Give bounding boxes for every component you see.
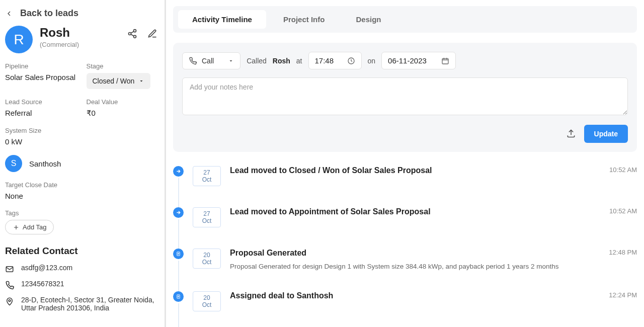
chevron-down-icon	[228, 58, 234, 64]
timeline-item: 27 OctLead moved to Appointment of Solar…	[173, 207, 637, 249]
owner-name: Santhosh	[29, 159, 61, 168]
owner-avatar: S	[5, 155, 22, 172]
timeline-date: 20 Oct	[193, 249, 221, 269]
share-icon[interactable]	[127, 29, 137, 39]
target-close-value: None	[5, 192, 157, 200]
call-icon	[189, 57, 197, 65]
stage-select[interactable]: Closed / Won	[87, 73, 151, 89]
notes-textarea[interactable]	[182, 77, 628, 115]
on-label: on	[368, 57, 376, 65]
contact-phone-row[interactable]: 12345678321	[5, 280, 157, 290]
timeline-description: Proposal Generated for design Design 1 w…	[230, 263, 595, 270]
arrow-left-icon	[5, 10, 13, 18]
timeline-time: 10:52 AM	[609, 166, 637, 174]
svg-point-2	[134, 35, 136, 38]
lead-name: Rosh	[40, 26, 120, 40]
sidebar: Back to leads R Rosh (Commercial) Pipeli…	[0, 0, 166, 327]
svg-point-0	[134, 30, 136, 32]
arrow-right-icon	[173, 166, 184, 177]
timeline-title: Proposal Generated	[230, 249, 595, 258]
time-input[interactable]	[315, 56, 342, 65]
at-label: at	[296, 57, 302, 65]
contact-email: asdfg@123.com	[21, 264, 72, 272]
back-label: Back to leads	[20, 8, 78, 19]
phone-icon	[5, 281, 14, 290]
date-input[interactable]	[388, 56, 436, 65]
timeline-date: 20 Oct	[193, 291, 221, 311]
system-size-value: 0 kW	[5, 137, 157, 146]
chevron-down-icon	[138, 78, 144, 84]
target-close-label: Target Close Date	[5, 181, 157, 189]
tabs: Activity Timeline Project Info Design	[173, 6, 637, 33]
update-button[interactable]: Update	[584, 125, 628, 143]
stage-value: Closed / Won	[93, 77, 135, 85]
svg-point-4	[9, 300, 11, 302]
timeline-item: 20 OctAssigned deal to Santhosh12:24 PM	[173, 291, 637, 327]
document-icon	[173, 291, 184, 302]
stage-label: Stage	[87, 62, 158, 70]
activity-entry-card: Call Called Rosh at on	[173, 43, 637, 152]
owner-row: S Santhosh	[5, 155, 157, 172]
lead-header: R Rosh (Commercial)	[5, 26, 157, 53]
main-panel: Activity Timeline Project Info Design Ca…	[166, 0, 644, 327]
clock-icon	[347, 57, 355, 65]
tab-activity-timeline[interactable]: Activity Timeline	[178, 10, 266, 29]
upload-button[interactable]	[566, 128, 576, 140]
timeline-time: 12:48 PM	[609, 249, 637, 256]
system-size-label: System Size	[5, 127, 157, 134]
tab-design[interactable]: Design	[342, 10, 395, 29]
activity-type-value: Call	[202, 57, 214, 65]
lead-source-value: Referral	[5, 109, 76, 117]
add-tag-button[interactable]: Add Tag	[5, 220, 54, 234]
lead-source-label: Lead Source	[5, 98, 76, 106]
calendar-icon	[441, 57, 449, 65]
mail-icon	[5, 265, 14, 274]
svg-point-1	[129, 33, 131, 35]
contact-address: 28-D, Ecotech-I, Sector 31, Greater Noid…	[21, 296, 157, 312]
back-to-leads[interactable]: Back to leads	[5, 8, 157, 19]
document-icon	[173, 249, 184, 259]
timeline-list: 27 OctLead moved to Closed / Won of Sola…	[173, 166, 637, 327]
timeline-title: Assigned deal to Santhosh	[230, 291, 595, 300]
plus-icon	[13, 224, 20, 231]
svg-rect-6	[442, 58, 448, 64]
activity-type-select[interactable]: Call	[182, 52, 240, 69]
deal-value-label: Deal Value	[87, 98, 158, 106]
timeline-date: 27 Oct	[193, 207, 221, 227]
timeline-time: 12:24 PM	[609, 291, 637, 299]
lead-avatar: R	[5, 26, 33, 53]
pipeline-value: Solar Sales Proposal	[5, 73, 76, 81]
tags-label: Tags	[5, 209, 157, 217]
tab-project-info[interactable]: Project Info	[269, 10, 339, 29]
called-label: Called	[247, 57, 267, 65]
contact-address-row: 28-D, Ecotech-I, Sector 31, Greater Noid…	[5, 296, 157, 312]
timeline-time: 10:52 AM	[609, 207, 637, 215]
contact-phone: 12345678321	[21, 280, 64, 288]
lead-type: (Commercial)	[40, 41, 120, 48]
timeline-date: 27 Oct	[193, 166, 221, 186]
date-input-wrap[interactable]	[381, 52, 456, 69]
timeline-title: Lead moved to Appointment of Solar Sales…	[230, 207, 595, 216]
timeline-title: Lead moved to Closed / Won of Solar Sale…	[230, 166, 595, 175]
related-contact-heading: Related Contact	[5, 246, 157, 257]
edit-icon[interactable]	[147, 29, 157, 39]
arrow-right-icon	[173, 207, 184, 218]
timeline-item: 27 OctLead moved to Closed / Won of Sola…	[173, 166, 637, 207]
location-icon	[5, 297, 14, 306]
contact-email-row[interactable]: asdfg@123.com	[5, 264, 157, 274]
timeline-item: 20 OctProposal GeneratedProposal Generat…	[173, 249, 637, 291]
callee-name: Rosh	[273, 57, 290, 65]
deal-value-value: ₹0	[87, 109, 158, 118]
time-input-wrap[interactable]	[308, 52, 362, 69]
pipeline-label: Pipeline	[5, 62, 76, 70]
add-tag-label: Add Tag	[23, 223, 46, 231]
upload-icon	[566, 128, 576, 138]
